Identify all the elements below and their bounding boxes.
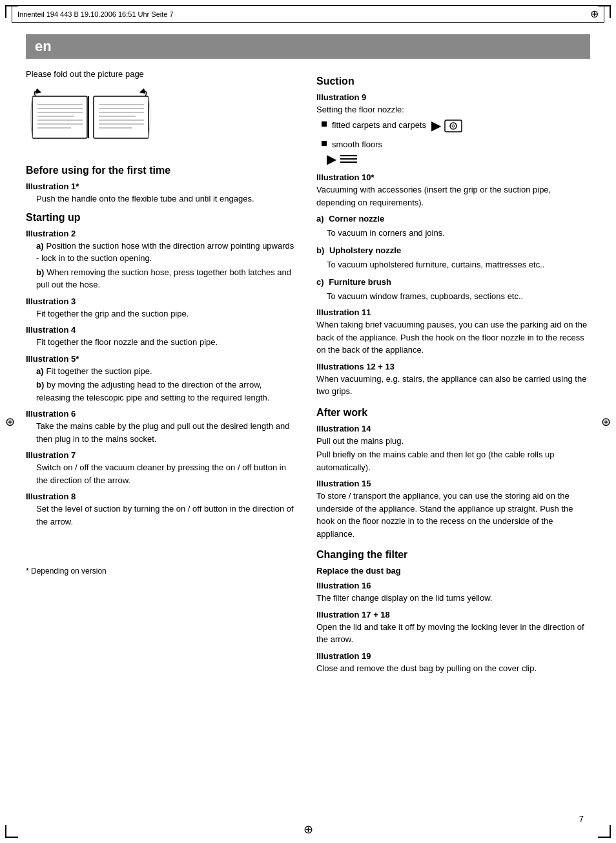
illus11-text: When taking brief vacuuming pauses, you … (316, 318, 590, 357)
fold-instruction: Please fold out the picture page (26, 69, 297, 79)
changing-filter-title: Changing the filter (316, 549, 590, 561)
illus14-label: Illustration 14 (316, 424, 590, 433)
before-using-section: Before using for the first time Illustra… (26, 165, 297, 205)
illus15-label: Illustration 15 (316, 479, 590, 488)
bullet-square-1 (322, 121, 327, 127)
illus12-13-label: Illustrations 12 + 13 (316, 362, 590, 371)
replace-dust-bag-label: Replace the dust bag (316, 566, 590, 576)
illus2-b-text: b)When removing the suction hose, press … (36, 266, 297, 291)
starting-up-section: Starting up Illustration 2 a)Position th… (26, 212, 297, 528)
book-illustration (26, 87, 155, 145)
illus7-label: Illustration 7 (26, 450, 297, 460)
illus3-text: Fit together the grip and the suction pi… (26, 307, 297, 320)
bullet-smooth: smooth floors (322, 138, 590, 151)
bullet-square-2 (322, 141, 327, 146)
illus5-b-label: b) (36, 380, 44, 390)
illus10-items: a) Corner nozzle To vacuum in corners an… (316, 213, 590, 302)
illus2-a-text: a)Position the suction hose with the dir… (36, 240, 297, 265)
illus5-content: a)Fit together the suction pipe. b)by mo… (26, 365, 297, 404)
illus8-text: Set the level of suction by turning the … (26, 503, 297, 528)
illus4-label: Illustration 4 (26, 325, 297, 335)
side-crosshair-left: ⊕ (5, 415, 15, 429)
illus2-b-label: b) (36, 267, 44, 277)
illus14-text2: Pull briefly on the mains cable and then… (316, 448, 590, 474)
side-crosshair-right: ⊕ (601, 415, 611, 429)
smooth-arrow-icon: ▶ (327, 152, 336, 165)
illus4-text: Fit together the floor nozzle and the su… (26, 336, 297, 349)
svg-point-19 (452, 125, 455, 127)
page-number: 7 (579, 814, 584, 824)
starting-up-title: Starting up (26, 212, 297, 224)
after-work-title: After work (316, 407, 590, 419)
right-column: Suction Illustration 9 Setting the floor… (316, 69, 590, 676)
illus3-label: Illustration 3 (26, 297, 297, 306)
illus1-label: Illustration 1* (26, 182, 297, 191)
illus2-content: a)Position the suction hose with the dir… (26, 240, 297, 291)
illus19-label: Illustration 19 (316, 651, 590, 661)
smooth-floor-symbol (339, 152, 358, 166)
carpet-icon: ▶ (431, 119, 441, 132)
illus5-label: Illustration 5* (26, 354, 297, 364)
illus17-18-label: Illustration 17 + 18 (316, 610, 590, 619)
before-using-title: Before using for the first time (26, 165, 297, 176)
svg-rect-1 (94, 96, 149, 138)
illus5-b-text: b)by moving the adjusting head to the di… (36, 379, 297, 404)
illus9-intro: Setting the floor nozzle: (316, 103, 590, 116)
illus16-label: Illustration 16 (316, 581, 590, 590)
illus10-a-text: To vacuum in corners and joins. (316, 227, 590, 240)
illus17-18-text: Open the lid and take it off by moving t… (316, 621, 590, 646)
svg-rect-17 (445, 120, 462, 132)
svg-point-18 (450, 123, 457, 129)
illus8-label: Illustration 8 (26, 492, 297, 501)
suction-section: Suction Illustration 9 Setting the floor… (316, 76, 590, 398)
suction-title: Suction (316, 76, 590, 87)
illus10-b-label: b) (316, 245, 324, 255)
language-bar: en (26, 34, 590, 59)
illus1-text: Push the handle onto the flexible tube a… (26, 193, 297, 205)
illus5-a-label: a) (36, 366, 44, 376)
carpet-symbol (444, 119, 463, 133)
illus2-a-label: a) (36, 241, 44, 251)
illus10-b-text: To vacuum upholstered furniture, curtain… (316, 258, 590, 271)
illus10-c: c) Furniture brush (316, 276, 590, 289)
smooth-floor-icon-row: ▶ (327, 152, 590, 166)
illus9-label: Illustration 9 (316, 92, 590, 102)
left-column: Please fold out the picture page (26, 69, 297, 676)
illus5-a-text: a)Fit together the suction pipe. (36, 365, 297, 378)
illus16-text: The filter change display on the lid tur… (316, 592, 590, 605)
illus14-text1: Pull out the mains plug. (316, 435, 590, 448)
bottom-crosshair: ⊕ (303, 822, 313, 837)
print-header: Innenteil 194 443 B 19.10.2006 16:51 Uhr… (12, 5, 604, 23)
svg-rect-0 (32, 96, 87, 138)
illus10-c-text: To vacuum window frames, cupboards, sect… (316, 290, 590, 303)
corner-mark-bl (5, 825, 18, 838)
illus12-13-text: When vacuuming, e.g. stairs, the applian… (316, 373, 590, 398)
changing-filter-section: Changing the filter Replace the dust bag… (316, 549, 590, 674)
illus10-a: a) Corner nozzle (316, 213, 590, 225)
bullet-carpets: fitted carpets and carpets ▶ (322, 119, 590, 133)
illus10-a-label: a) (316, 214, 324, 224)
illus19-text: Close and remove the dust bag by pulling… (316, 662, 590, 675)
illus10-label: Illustration 10* (316, 172, 590, 182)
illus11-label: Illustration 11 (316, 307, 590, 317)
illus10-text: Vacuuming with accessories (insert the g… (316, 183, 590, 209)
main-content: Please fold out the picture page (26, 59, 590, 676)
illus7-text: Switch on / off the vacuum cleaner by pr… (26, 461, 297, 486)
illus10-c-label: c) (316, 277, 324, 287)
illus2-label: Illustration 2 (26, 229, 297, 238)
after-work-section: After work Illustration 14 Pull out the … (316, 407, 590, 541)
illus6-label: Illustration 6 (26, 409, 297, 419)
illus6-text: Take the mains cable by the plug and pul… (26, 420, 297, 445)
footnote: * Depending on version (26, 554, 297, 576)
illus15-text: To store / transport the appliance, you … (316, 490, 590, 540)
language-code: en (35, 38, 52, 54)
header-crosshair: ⊕ (590, 8, 599, 20)
corner-mark-br (598, 825, 611, 838)
print-header-text: Innenteil 194 443 B 19.10.2006 16:51 Uhr… (17, 10, 174, 18)
suction-bullets: fitted carpets and carpets ▶ smooth floo… (322, 119, 590, 167)
illus10-b: b) Upholstery nozzle (316, 244, 590, 257)
